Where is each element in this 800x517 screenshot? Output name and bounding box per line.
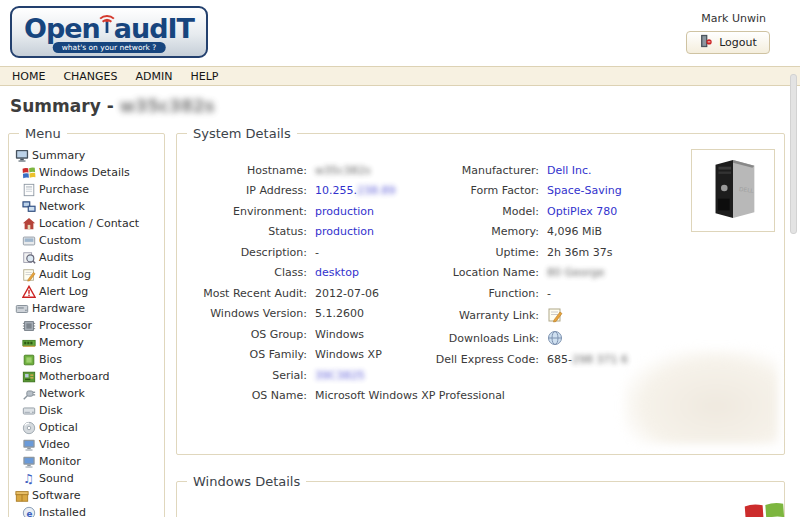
sidebar-item-label: Memory xyxy=(39,336,84,349)
sidebar-item-label: Network xyxy=(39,200,85,213)
custom-box-icon xyxy=(22,234,36,248)
logo-text-open: Open xyxy=(24,13,100,44)
field-label: OS Group: xyxy=(189,328,315,341)
nav-item-changes[interactable]: CHANGES xyxy=(63,70,117,83)
scrollbar-thumb[interactable] xyxy=(790,74,797,234)
sidebar-item-label: Windows Details xyxy=(39,166,130,179)
redacted-blob xyxy=(623,349,778,444)
field-label: Function: xyxy=(435,287,547,300)
redacted-value: 80 George xyxy=(547,266,605,279)
disk-drive-icon xyxy=(22,404,36,418)
sidebar-item-label: Sound xyxy=(39,472,74,485)
sidebar-item-installed[interactable]: eInstalled xyxy=(15,504,164,517)
user-name: Mark Unwin xyxy=(701,12,766,25)
field-label: Windows Version: xyxy=(189,307,315,320)
sidebar-item-audit-log[interactable]: Audit Log xyxy=(15,266,164,283)
field-label: Model: xyxy=(435,205,547,218)
page-title-redacted: w35c382s xyxy=(120,96,215,116)
field-value-link[interactable]: production xyxy=(315,205,374,218)
field-value: 685-298 371 6 xyxy=(547,353,628,366)
field-value-link[interactable]: Dell Inc. xyxy=(547,164,592,177)
redacted-value: w35c382s xyxy=(315,164,371,177)
field-row-dell-express-code: Dell Express Code:685-298 371 6 xyxy=(435,350,628,371)
monitor-icon xyxy=(15,149,29,163)
sidebar-item-software[interactable]: Software xyxy=(15,487,164,504)
field-label: OS Name: xyxy=(189,389,315,402)
nav-item-help[interactable]: HELP xyxy=(191,70,219,83)
sidebar-item-label: Monitor xyxy=(39,455,81,468)
processor-chip-icon xyxy=(22,319,36,333)
field-value-link[interactable]: 10.255.238.89 xyxy=(315,184,396,197)
field-value-link[interactable]: production xyxy=(315,225,374,238)
field-label: Serial: xyxy=(189,369,315,382)
field-label: OS Family: xyxy=(189,348,315,361)
field-value-link[interactable]: 39C3825 xyxy=(315,369,365,382)
windows-flag-icon xyxy=(22,166,36,180)
bios-chip-icon xyxy=(22,353,36,367)
sidebar-item-windows-details[interactable]: Windows Details xyxy=(15,164,164,181)
sidebar-item-network[interactable]: Network xyxy=(15,385,164,402)
sidebar-item-label: Alert Log xyxy=(39,285,88,298)
sidebar-item-audits[interactable]: Audits xyxy=(15,249,164,266)
sidebar-item-purchase[interactable]: Purchase xyxy=(15,181,164,198)
field-label: Hostname: xyxy=(189,164,315,177)
sidebar-item-label: Optical xyxy=(39,421,78,434)
video-monitor-icon xyxy=(22,455,36,469)
sidebar-item-network[interactable]: Network xyxy=(15,198,164,215)
sidebar-item-motherboard[interactable]: Motherboard xyxy=(15,368,164,385)
sidebar-item-video[interactable]: Video xyxy=(15,436,164,453)
system-details-right-column: Manufacturer:Dell Inc.Form Factor:Space-… xyxy=(435,160,628,370)
field-label: Status: xyxy=(189,225,315,238)
field-value: Windows XP xyxy=(315,348,382,361)
logo-tagline: what's on your network ? xyxy=(53,42,166,53)
sidebar-item-sound[interactable]: ♫Sound xyxy=(15,470,164,487)
sidebar-item-alert-log[interactable]: Alert Log xyxy=(15,283,164,300)
plug-icon xyxy=(22,387,36,401)
field-value-link[interactable]: desktop xyxy=(315,266,359,279)
logout-button[interactable]: Logout xyxy=(686,31,770,54)
sidebar-item-monitor[interactable]: Monitor xyxy=(15,453,164,470)
field-label: Most Recent Audit: xyxy=(189,287,315,300)
field-value: - xyxy=(547,287,551,300)
sidebar-item-label: Audits xyxy=(39,251,74,264)
scrollbar-track[interactable] xyxy=(792,0,800,517)
sidebar-item-disk[interactable]: Disk xyxy=(15,402,164,419)
field-value-link[interactable]: OptiPlex 780 xyxy=(547,205,617,218)
dell-tower-image: DELL xyxy=(700,156,766,226)
nav-item-home[interactable]: HOME xyxy=(12,70,45,83)
field-label: Location Name: xyxy=(435,266,547,279)
windows-details-legend: Windows Details xyxy=(187,474,306,489)
sidebar-item-location-contact[interactable]: Location / Contact xyxy=(15,215,164,232)
windows-details-panel: Windows Details xyxy=(176,481,785,517)
windows-logo-icon xyxy=(743,498,787,517)
sidebar-item-memory[interactable]: Memory xyxy=(15,334,164,351)
open-audit-logo[interactable]: Open audIT what's on your network ? xyxy=(10,6,208,58)
home-icon xyxy=(22,217,36,231)
sidebar-item-summary[interactable]: Summary xyxy=(15,147,164,164)
field-value-link[interactable]: Space-Saving xyxy=(547,184,622,197)
globe-icon[interactable] xyxy=(547,330,563,346)
motherboard-icon xyxy=(22,370,36,384)
sidebar-item-custom[interactable]: Custom xyxy=(15,232,164,249)
sidebar-item-optical[interactable]: Optical xyxy=(15,419,164,436)
sidebar-item-label: Network xyxy=(39,387,85,400)
sidebar-item-label: Custom xyxy=(39,234,81,247)
page-title-text: Summary - xyxy=(10,96,120,116)
sidebar-item-label: Motherboard xyxy=(39,370,110,383)
nav-item-admin[interactable]: ADMIN xyxy=(136,70,173,83)
field-value: 4,096 MiB xyxy=(547,225,602,238)
field-row-downloads-link: Downloads Link: xyxy=(435,327,628,350)
sidebar-item-hardware[interactable]: Hardware xyxy=(15,300,164,317)
field-row-form-factor: Form Factor:Space-Saving xyxy=(435,181,628,202)
sidebar-item-bios[interactable]: Bios xyxy=(15,351,164,368)
installed-badge-icon: e xyxy=(22,506,36,517)
svg-text:e: e xyxy=(26,508,32,517)
field-row-location-name: Location Name:80 George xyxy=(435,263,628,284)
field-row-manufacturer: Manufacturer:Dell Inc. xyxy=(435,160,628,181)
sidebar-item-label: Processor xyxy=(39,319,92,332)
notepad-pencil-icon[interactable] xyxy=(547,307,563,323)
sidebar-item-label: Installed xyxy=(39,506,86,517)
sidebar-item-processor[interactable]: Processor xyxy=(15,317,164,334)
hardware-box-icon xyxy=(15,302,29,316)
sidebar-item-label: Disk xyxy=(39,404,63,417)
